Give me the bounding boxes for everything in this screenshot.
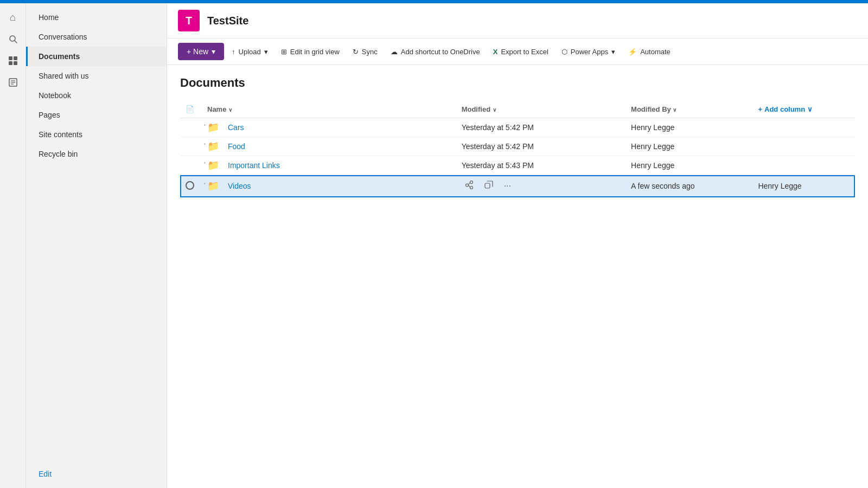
modified-by-sort-icon: ∨ xyxy=(673,107,676,113)
home-nav-icon[interactable]: ⌂ xyxy=(3,8,23,27)
add-column-icon: + xyxy=(758,105,762,113)
row-modified-important-links: Yesterday at 5:43 PM xyxy=(456,156,626,175)
row-name-cars[interactable]: › 📁 Cars xyxy=(202,118,456,137)
nav-item-notebook[interactable]: Notebook xyxy=(26,86,167,105)
nav-item-recycle-bin[interactable]: Recycle bin xyxy=(26,144,167,164)
folder-arrow-icon: › xyxy=(204,160,206,165)
automate-icon: ⚡ xyxy=(628,48,637,56)
copy-link-action-button[interactable] xyxy=(481,178,496,194)
grid-icon: ⊞ xyxy=(281,48,287,56)
svg-line-10 xyxy=(468,183,470,185)
table-row[interactable]: › 📁 Videos xyxy=(180,175,855,197)
power-apps-chevron-icon: ▾ xyxy=(611,48,615,56)
upload-chevron-icon: ▾ xyxy=(264,48,268,56)
row-actions-important-links xyxy=(752,156,855,175)
table-row[interactable]: › 📁 Food Yesterday at 5:42 PM Henry Legg… xyxy=(180,137,855,156)
row-checkbox-food[interactable] xyxy=(180,137,202,156)
col-header-add-column[interactable]: + Add column ∨ xyxy=(752,101,855,118)
row-checkbox-important-links[interactable] xyxy=(180,156,202,175)
upload-icon: ↑ xyxy=(232,48,235,56)
row-name-food[interactable]: › 📁 Food xyxy=(202,137,456,156)
notes-nav-icon[interactable] xyxy=(3,73,23,92)
svg-rect-4 xyxy=(9,61,12,65)
table-row[interactable]: › 📁 Cars Yesterday at 5:42 PM Henry Legg… xyxy=(180,118,855,137)
file-name-link[interactable]: Important Links xyxy=(228,161,280,170)
row-name-important-links[interactable]: › 📁 Important Links xyxy=(202,156,456,175)
nav-item-home[interactable]: Home xyxy=(26,8,167,27)
sync-icon: ↻ xyxy=(353,48,359,56)
add-shortcut-button[interactable]: ☁ Add shortcut to OneDrive xyxy=(385,44,486,60)
row-modified-cars: Yesterday at 5:42 PM xyxy=(456,118,626,137)
row-modified-by-videos: Henry Legge xyxy=(752,175,855,197)
modified-sort-icon: ∨ xyxy=(493,107,496,113)
site-title: TestSite xyxy=(207,15,248,27)
table-row[interactable]: › 📁 Important Links Yesterday at 5:43 PM… xyxy=(180,156,855,175)
folder-arrow-icon: › xyxy=(204,181,206,186)
search-nav-icon[interactable] xyxy=(3,29,23,49)
upload-button[interactable]: ↑ Upload ▾ xyxy=(226,44,273,60)
folder-icon: 📁 xyxy=(207,180,219,192)
nav-item-conversations[interactable]: Conversations xyxy=(26,27,167,47)
row-checkbox-cars[interactable] xyxy=(180,118,202,137)
row-modified-by-food: Henry Legge xyxy=(626,137,752,156)
export-excel-button[interactable]: X Export to Excel xyxy=(488,44,554,60)
toolbar: + New ▾ ↑ Upload ▾ ⊞ Edit in grid view ↻… xyxy=(167,38,868,65)
file-name-link[interactable]: Videos xyxy=(228,182,251,190)
shortcut-icon: ☁ xyxy=(391,48,398,56)
main-content: T TestSite + New ▾ ↑ Upload ▾ ⊞ Edit in … xyxy=(167,3,868,488)
svg-line-1 xyxy=(15,41,17,43)
table-header-row: 📄 Name ∨ Modified ∨ Modified By ∨ xyxy=(180,101,855,118)
file-name-link[interactable]: Food xyxy=(228,142,245,151)
nav-item-documents[interactable]: Documents xyxy=(26,47,167,66)
documents-area: Documents 📄 Name ∨ Modified ∨ xyxy=(167,65,868,488)
row-modified-by-cars: Henry Legge xyxy=(626,118,752,137)
nav-item-pages[interactable]: Pages xyxy=(26,105,167,125)
row-modified-food: Yesterday at 5:42 PM xyxy=(456,137,626,156)
folder-icon: 📁 xyxy=(207,159,219,171)
col-header-modified[interactable]: Modified ∨ xyxy=(456,101,626,118)
power-apps-button[interactable]: ⬡ Power Apps ▾ xyxy=(556,44,621,60)
more-actions-button[interactable]: ··· xyxy=(501,179,514,193)
icon-rail: ⌂ xyxy=(0,3,26,488)
folder-arrow-icon: › xyxy=(204,123,206,127)
svg-rect-3 xyxy=(14,56,17,60)
col-header-checkbox[interactable]: 📄 xyxy=(180,101,202,118)
chevron-down-icon: ▾ xyxy=(212,47,215,56)
add-column-chevron-icon: ∨ xyxy=(807,105,813,113)
col-header-name[interactable]: Name ∨ xyxy=(202,101,456,118)
excel-icon: X xyxy=(493,48,498,56)
svg-rect-2 xyxy=(9,56,12,60)
sync-button[interactable]: ↻ Sync xyxy=(347,44,383,60)
file-name-link[interactable]: Cars xyxy=(228,123,244,132)
svg-rect-12 xyxy=(485,183,490,188)
row-modified-videos: A few seconds ago xyxy=(626,175,752,197)
automate-button[interactable]: ⚡ Automate xyxy=(623,44,676,60)
nav-item-site-contents[interactable]: Site contents xyxy=(26,125,167,144)
share-action-button[interactable] xyxy=(462,178,477,194)
apps-nav-icon[interactable] xyxy=(3,51,23,70)
row-name-videos[interactable]: › 📁 Videos xyxy=(202,175,456,197)
svg-line-11 xyxy=(468,185,470,188)
col-header-modified-by[interactable]: Modified By ∨ xyxy=(626,101,752,118)
site-header: T TestSite xyxy=(167,3,868,38)
folder-icon: 📁 xyxy=(207,121,219,133)
folder-arrow-icon: › xyxy=(204,142,206,146)
folder-icon: 📁 xyxy=(207,140,219,152)
row-actions-videos-inline: ··· xyxy=(456,175,626,197)
nav-edit-link[interactable]: Edit xyxy=(26,464,167,484)
svg-rect-5 xyxy=(14,61,17,65)
name-sort-icon: ∨ xyxy=(228,107,232,113)
row-actions-food xyxy=(752,137,855,156)
row-actions-cars xyxy=(752,118,855,137)
new-button[interactable]: + New ▾ xyxy=(178,43,224,60)
site-icon: T xyxy=(178,10,200,31)
radio-circle-videos[interactable] xyxy=(186,181,194,190)
nav-item-shared[interactable]: Shared with us xyxy=(26,66,167,86)
row-checkbox-videos[interactable] xyxy=(180,175,202,197)
edit-grid-view-button[interactable]: ⊞ Edit in grid view xyxy=(276,44,345,60)
row-modified-by-important-links: Henry Legge xyxy=(626,156,752,175)
page-title: Documents xyxy=(180,76,855,90)
file-table: 📄 Name ∨ Modified ∨ Modified By ∨ xyxy=(180,101,855,197)
power-apps-icon: ⬡ xyxy=(561,48,567,56)
left-nav: Home Conversations Documents Shared with… xyxy=(26,3,167,488)
